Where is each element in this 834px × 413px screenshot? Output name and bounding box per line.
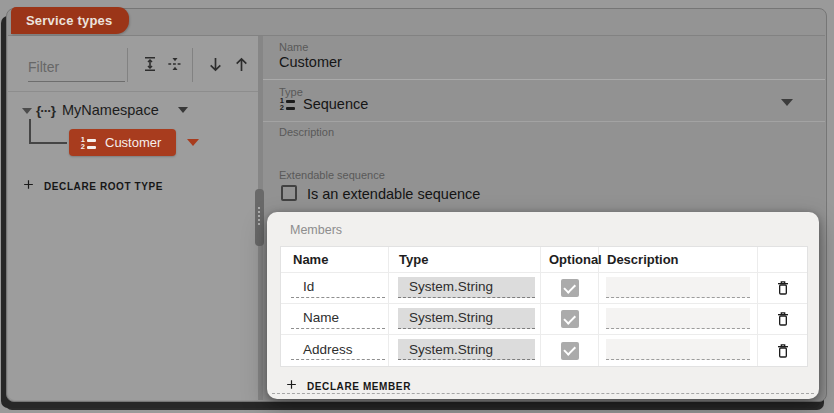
filter-input[interactable]	[28, 52, 125, 82]
member-type-field[interactable]: System.String	[398, 277, 535, 298]
member-description-field[interactable]	[606, 308, 750, 329]
member-description-field[interactable]	[606, 277, 750, 298]
plus-icon	[22, 177, 35, 195]
table-row-cell	[599, 273, 758, 304]
table-row-cell	[599, 335, 758, 366]
delete-member-button[interactable]	[772, 277, 794, 299]
member-optional-checkbox[interactable]	[561, 279, 579, 297]
trash-icon	[775, 310, 791, 328]
table-row-cell: Id	[281, 273, 389, 304]
expand-all-button[interactable]	[138, 52, 162, 76]
declare-root-type-label: DECLARE ROOT TYPE	[44, 181, 163, 192]
customer-menu-chevron-icon[interactable]	[187, 139, 199, 146]
member-type-field[interactable]: System.String	[398, 308, 535, 329]
namespace-label: MyNamespace	[62, 102, 159, 118]
column-header-name: Name	[281, 247, 389, 273]
extendable-checkbox-label[interactable]: Is an extendable sequence	[307, 186, 480, 202]
members-table: Name Type Optional Description Id System…	[280, 246, 808, 367]
table-row-cell: Name	[281, 304, 389, 335]
field-divider	[263, 79, 825, 80]
type-select[interactable]: 1 2 Sequence	[279, 96, 368, 112]
sequence-icon: 1 2	[80, 137, 96, 149]
toolbar-divider	[8, 91, 258, 92]
description-field-label: Description	[279, 126, 334, 138]
member-optional-checkbox[interactable]	[561, 310, 579, 328]
type-select-value: Sequence	[303, 96, 368, 112]
namespace-menu-chevron-icon[interactable]	[178, 107, 188, 113]
table-row-cell: System.String	[389, 273, 541, 304]
tree-expander-icon[interactable]	[19, 104, 35, 118]
declare-root-type-button[interactable]: DECLARE ROOT TYPE	[22, 177, 163, 195]
expand-rows-icon	[140, 54, 160, 74]
toolbar-separator	[192, 48, 193, 82]
tree-connector	[29, 119, 31, 144]
move-up-button[interactable]	[229, 52, 253, 76]
name-field-value[interactable]: Customer	[279, 54, 342, 70]
members-title: Members	[290, 223, 342, 237]
tab-service-types[interactable]: Service types	[11, 7, 129, 34]
collapse-all-button[interactable]	[163, 52, 187, 76]
table-row-cell: Address	[281, 335, 389, 366]
table-row-cell	[599, 304, 758, 335]
type-select-dropdown-icon[interactable]	[781, 99, 793, 106]
trash-icon	[775, 342, 791, 360]
table-row-cell	[541, 304, 599, 335]
table-row-cell	[758, 335, 807, 366]
tree-node-customer[interactable]: 1 2 Customer	[69, 129, 176, 156]
move-down-button[interactable]	[203, 52, 227, 76]
column-header-description: Description	[599, 247, 758, 273]
table-row-cell	[758, 304, 807, 335]
tree-node-namespace[interactable]: {···} MyNamespace	[36, 96, 188, 124]
field-divider	[263, 121, 825, 122]
arrow-down-icon	[205, 54, 226, 75]
extendable-checkbox[interactable]	[281, 185, 297, 201]
arrow-up-icon	[231, 54, 252, 75]
member-optional-checkbox[interactable]	[561, 342, 579, 360]
drop-zone-dashed-line	[272, 393, 814, 394]
extendable-sequence-label: Extendable sequence	[279, 169, 385, 181]
tab-label: Service types	[26, 13, 112, 28]
customer-node-label: Customer	[105, 135, 161, 150]
splitter-handle[interactable]	[255, 189, 264, 246]
member-type-field[interactable]: System.String	[398, 339, 535, 360]
collapse-rows-icon	[165, 54, 185, 74]
declare-member-label: DECLARE MEMBER	[307, 381, 411, 392]
tree-connector	[29, 142, 67, 144]
namespace-braces-icon: {···}	[36, 103, 55, 118]
member-description-field[interactable]	[606, 339, 750, 360]
delete-member-button[interactable]	[772, 308, 794, 330]
name-field-label: Name	[279, 41, 308, 53]
type-tree-sidebar: {···} MyNamespace 1 2 Customer DECLARE R…	[8, 36, 258, 400]
table-row-cell	[541, 335, 599, 366]
column-header-actions	[758, 247, 807, 273]
table-row-cell	[758, 273, 807, 304]
trash-icon	[775, 279, 791, 297]
delete-member-button[interactable]	[772, 340, 794, 362]
column-header-type: Type	[389, 247, 541, 273]
table-row-cell: System.String	[389, 335, 541, 366]
table-row-cell: System.String	[389, 304, 541, 335]
sequence-icon: 1 2	[279, 98, 295, 110]
member-name-field[interactable]: Name	[291, 308, 385, 329]
member-name-field[interactable]: Id	[291, 277, 385, 298]
table-row-cell	[541, 273, 599, 304]
toolbar-separator	[127, 48, 128, 82]
member-name-field[interactable]: Address	[291, 339, 385, 360]
column-header-optional: Optional	[541, 247, 599, 273]
members-panel: Members Name Type Optional Description I…	[267, 212, 819, 399]
